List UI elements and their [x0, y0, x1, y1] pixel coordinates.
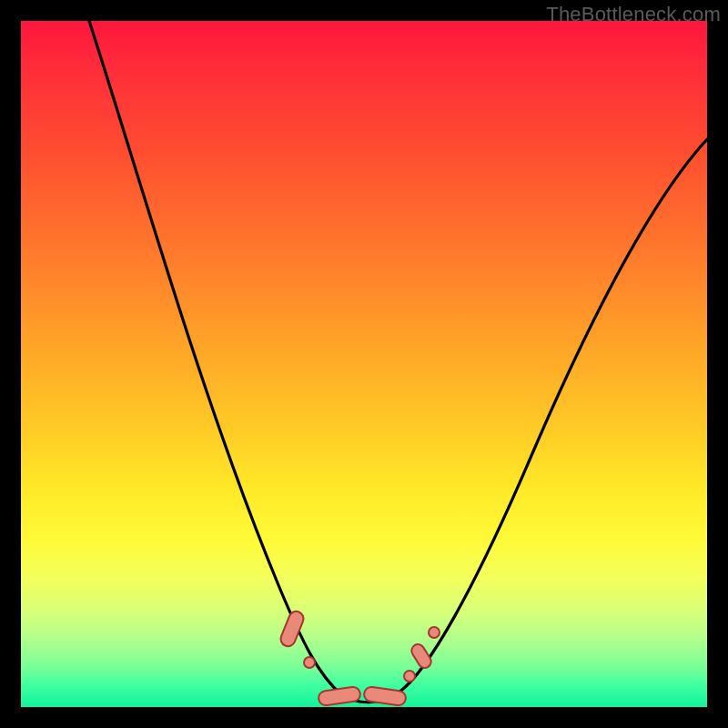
- chart-frame: TheBottleneck.com: [0, 0, 728, 728]
- marker-dot: [404, 671, 415, 682]
- bottleneck-curve: [89, 21, 707, 703]
- watermark-text: TheBottleneck.com: [546, 3, 721, 26]
- marker-dot: [429, 627, 440, 638]
- marker-capsule: [278, 609, 306, 648]
- marker-capsule: [410, 642, 434, 670]
- marker-capsule: [318, 686, 361, 706]
- marker-dot: [304, 657, 315, 668]
- curve-markers: [278, 609, 440, 706]
- bottleneck-curve-svg: [21, 21, 707, 707]
- plot-area: [21, 21, 707, 707]
